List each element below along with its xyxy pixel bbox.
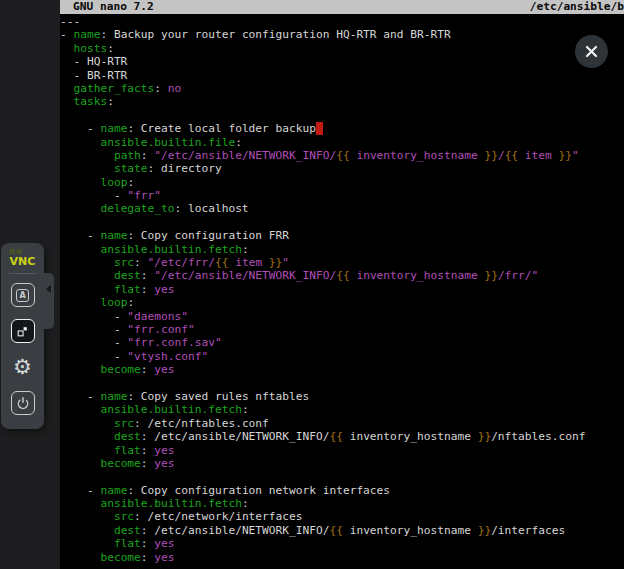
terminal-line: dest: /etc/ansible/NETWORK_INFO/{{ inven…: [60, 430, 624, 443]
fullscreen-icon: [16, 325, 29, 338]
terminal-line: - name: Copy configuration FRR: [60, 229, 624, 242]
terminal-line: src: /etc/nftables.conf: [60, 417, 624, 430]
terminal-line: become: yes: [60, 551, 624, 564]
terminal-line: gather_facts: no: [60, 82, 624, 95]
terminal-line: src: /etc/network/interfaces: [60, 510, 624, 523]
terminal-line: - "daemons": [60, 310, 624, 323]
collapse-arrow-icon: [46, 285, 51, 293]
terminal-line: hosts:: [60, 42, 624, 55]
terminal-line: - name: Copy saved rules nftables: [60, 390, 624, 403]
terminal-line: [60, 216, 624, 229]
terminal-line: - HQ-RTR: [60, 55, 624, 68]
novnc-logo-line2: VNC: [10, 256, 36, 267]
terminal-line: dest: /etc/ansible/NETWORK_INFO/{{ inven…: [60, 524, 624, 537]
fullscreen-button[interactable]: [11, 319, 35, 343]
terminal-line: path: "/etc/ansible/NETWORK_INFO/{{ inve…: [60, 149, 624, 162]
terminal-line: become: yes: [60, 457, 624, 470]
close-button[interactable]: [575, 35, 608, 68]
toolbar-divider: [9, 273, 37, 274]
novnc-control-bar: no VNC A ⚙: [1, 243, 44, 429]
terminal-line: - BR-RTR: [60, 69, 624, 82]
terminal-line: dest: "/etc/ansible/NETWORK_INFO/{{ inve…: [60, 269, 624, 282]
terminal-line: loop:: [60, 176, 624, 189]
settings-button[interactable]: ⚙: [11, 355, 35, 379]
terminal-line: [60, 109, 624, 122]
control-bar-handle[interactable]: [44, 273, 54, 329]
terminal-line: - "vtysh.conf": [60, 350, 624, 363]
terminal-line: [60, 470, 624, 483]
novnc-logo: no VNC: [10, 248, 36, 267]
nano-titlebar: GNU nano 7.2 /etc/ansible/b: [60, 0, 624, 14]
terminal-line: ansible.builtin.file:: [60, 136, 624, 149]
terminal-line: delegate_to: localhost: [60, 202, 624, 215]
power-button[interactable]: [11, 391, 35, 415]
terminal-line: - "frr.conf": [60, 323, 624, 336]
gear-icon: ⚙: [13, 357, 32, 378]
terminal-line: - name: Create local folder backup: [60, 122, 624, 135]
nano-version-title: GNU nano 7.2: [73, 0, 154, 14]
terminal-line: become: yes: [60, 363, 624, 376]
terminal-line: ansible.builtin.fetch:: [60, 497, 624, 510]
nano-file-path: /etc/ansible/b: [530, 0, 624, 14]
terminal-content[interactable]: ---- name: Backup your router configurat…: [60, 14, 624, 564]
terminal-line: ansible.builtin.fetch:: [60, 243, 624, 256]
terminal-line: ---: [60, 15, 624, 28]
extra-keys-button[interactable]: A: [11, 283, 35, 307]
terminal-line: loop:: [60, 296, 624, 309]
terminal-line: src: "/etc/frr/{{ item }}": [60, 256, 624, 269]
terminal-line: - "frr.conf.sav": [60, 336, 624, 349]
terminal-line: - "frr": [60, 189, 624, 202]
terminal-line: ansible.builtin.fetch:: [60, 403, 624, 416]
keycap-a-icon: A: [16, 289, 29, 302]
terminal-line: - name: Backup your router configuration…: [60, 28, 624, 41]
vnc-remote-screen: GNU nano 7.2 /etc/ansible/b ---- name: B…: [0, 0, 624, 569]
terminal-line: flat: yes: [60, 444, 624, 457]
terminal-line: tasks:: [60, 95, 624, 108]
close-icon: [584, 44, 599, 59]
terminal-line: state: directory: [60, 162, 624, 175]
terminal-window[interactable]: GNU nano 7.2 /etc/ansible/b ---- name: B…: [60, 0, 624, 569]
terminal-line: flat: yes: [60, 283, 624, 296]
power-icon: [15, 395, 31, 411]
terminal-line: [60, 377, 624, 390]
terminal-line: - name: Copy configuration network inter…: [60, 484, 624, 497]
terminal-line: flat: yes: [60, 537, 624, 550]
